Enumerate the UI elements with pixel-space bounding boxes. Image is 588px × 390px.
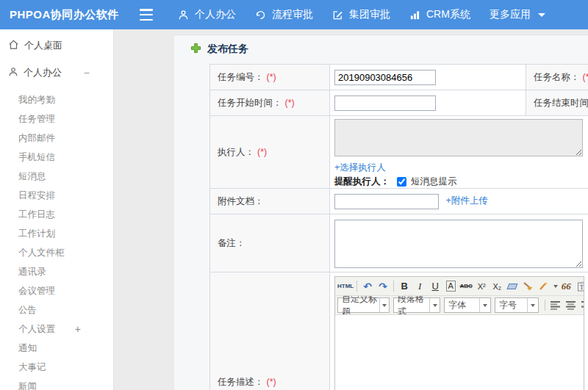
- nav-crm-system[interactable]: CRM系统: [409, 8, 470, 21]
- paste-icon[interactable]: T: [574, 279, 584, 294]
- task-name-label-cell: 任务名称：(*): [526, 65, 588, 90]
- nav-label: 集团审批: [349, 8, 390, 21]
- user-icon: [178, 10, 189, 21]
- magic-pen-icon[interactable]: [536, 279, 551, 294]
- main-content: 发布任务 任务编号：(*) 任务名称：(*) 任务开始时间：(*) 任务结束时间…: [174, 35, 588, 390]
- menu-icon[interactable]: [140, 9, 156, 21]
- align-left-icon[interactable]: [548, 298, 563, 313]
- sidebar-item-task-management[interactable]: 任务管理: [0, 109, 113, 129]
- font-family-select[interactable]: 字体: [444, 297, 491, 313]
- edit-icon: [332, 10, 343, 21]
- sidebar-item-mobile-sms[interactable]: 手机短信: [0, 148, 113, 167]
- sidebar-item-internal-mail[interactable]: 内部邮件: [0, 129, 113, 148]
- caret-down-icon: [382, 304, 387, 307]
- home-icon: [8, 40, 19, 52]
- sidebar-item-label: 个人桌面: [24, 39, 62, 52]
- top-nav: 个人办公 流程审批 集团审批 CRM系统 更多应用: [178, 8, 545, 21]
- nav-more-apps[interactable]: 更多应用: [490, 8, 545, 21]
- strikethrough-button[interactable]: ABC: [459, 279, 473, 294]
- heading-select[interactable]: 自定义标题: [337, 297, 390, 313]
- executor-textarea[interactable]: [334, 119, 583, 156]
- publish-task-form: 任务编号：(*) 任务名称：(*) 任务开始时间：(*) 任务结束时间：(*) …: [209, 64, 588, 390]
- editor-toolbar-row1: HTML ↶ ↷ B I U A ABC X² X₂: [335, 277, 584, 296]
- sidebar-item-label: 个人办公: [24, 66, 62, 79]
- nav-group-approval[interactable]: 集团审批: [332, 8, 390, 21]
- collapse-icon[interactable]: −: [84, 67, 90, 79]
- task-number-input[interactable]: [334, 70, 436, 85]
- blockquote-button[interactable]: 66: [559, 279, 573, 294]
- add-plus-icon: [190, 43, 201, 56]
- page-title: 发布任务: [190, 43, 248, 56]
- sidebar-item-meeting-management[interactable]: 会议管理: [0, 281, 113, 300]
- bold-button[interactable]: B: [397, 279, 412, 294]
- start-time-label-cell: 任务开始时间：(*): [210, 90, 330, 116]
- attachment-upload-link[interactable]: +附件上传: [445, 195, 487, 207]
- nav-label: 更多应用: [490, 8, 531, 21]
- align-right-icon[interactable]: [579, 298, 584, 313]
- align-center-icon[interactable]: [564, 298, 578, 313]
- svg-text:T: T: [580, 284, 584, 291]
- editor-toolbar-row2: 自定义标题 段落格式 字体 字号: [335, 296, 584, 315]
- start-time-input[interactable]: [334, 95, 436, 111]
- sidebar-item-personal-office[interactable]: 个人办公 −: [0, 62, 113, 84]
- sidebar-item-news[interactable]: 新闻: [0, 377, 113, 390]
- nav-personal-office[interactable]: 个人办公: [178, 8, 236, 21]
- sms-remind-label: 短消息提示: [411, 176, 457, 188]
- sidebar-item-announcement[interactable]: 公告: [0, 300, 113, 319]
- format-brush-icon[interactable]: [520, 279, 535, 294]
- caret-down-icon: [483, 304, 487, 307]
- font-size-select[interactable]: 字号: [495, 297, 539, 313]
- sidebar-item-attendance[interactable]: 我的考勤: [0, 90, 113, 109]
- sidebar-submenu: 我的考勤 任务管理 内部邮件 手机短信 短消息 日程安排 工作日志 工作计划 个…: [0, 90, 113, 390]
- paragraph-format-select[interactable]: 段落格式: [393, 297, 440, 313]
- bar-chart-icon: [409, 10, 420, 21]
- caret-down-icon: [538, 13, 545, 17]
- sidebar-item-work-plan[interactable]: 工作计划: [0, 224, 113, 243]
- sidebar-item-schedule[interactable]: 日程安排: [0, 186, 113, 205]
- html-source-button[interactable]: HTML: [337, 279, 354, 294]
- highlight-button[interactable]: A: [446, 281, 456, 292]
- task-number-label-cell: 任务编号：(*): [210, 65, 330, 90]
- superscript-button[interactable]: X²: [474, 279, 489, 294]
- sidebar-item-memorabilia[interactable]: 大事记: [0, 358, 113, 377]
- sidebar-item-desktop[interactable]: 个人桌面: [0, 35, 113, 57]
- sidebar-item-short-message[interactable]: 短消息: [0, 167, 113, 186]
- underline-button[interactable]: U: [428, 279, 442, 294]
- history-icon: [255, 10, 266, 21]
- description-label-cell: 任务描述：(*): [210, 272, 330, 390]
- remark-textarea[interactable]: [334, 220, 583, 268]
- user-icon: [8, 67, 18, 79]
- app-brand: PHPOA协同办公软件: [0, 8, 131, 22]
- caret-down-icon: [531, 304, 535, 307]
- sidebar-item-contacts[interactable]: 通讯录: [0, 262, 113, 281]
- description-editor-area[interactable]: [335, 315, 584, 390]
- end-time-label-cell: 任务结束时间：(*): [526, 90, 588, 116]
- undo-icon[interactable]: ↶: [360, 279, 375, 294]
- sms-remind-checkbox[interactable]: [397, 177, 406, 187]
- rich-text-editor: HTML ↶ ↷ B I U A ABC X² X₂: [334, 276, 584, 390]
- magic-pen-caret[interactable]: [553, 285, 558, 288]
- italic-button[interactable]: I: [412, 279, 427, 294]
- remark-label-cell: 备注：: [210, 214, 330, 272]
- sidebar-item-notification[interactable]: 通知: [0, 339, 113, 358]
- attachment-input[interactable]: [334, 194, 439, 209]
- caret-down-icon: [433, 304, 437, 307]
- nav-label: 个人办公: [195, 8, 236, 21]
- top-bar: PHPOA协同办公软件 个人办公 流程审批 集团审批 CRM系统: [0, 0, 588, 29]
- nav-label: CRM系统: [426, 8, 470, 21]
- eraser-icon[interactable]: [505, 279, 520, 294]
- subscript-button[interactable]: X₂: [490, 279, 504, 294]
- remind-executor-label: 提醒执行人：: [334, 176, 390, 188]
- attachment-label-cell: 附件文档：: [210, 189, 330, 214]
- executor-label-cell: 执行人：(*): [210, 116, 330, 189]
- redo-icon[interactable]: ↷: [376, 279, 390, 294]
- sidebar-item-file-cabinet[interactable]: 个人文件柜: [0, 243, 113, 262]
- nav-label: 流程审批: [272, 8, 313, 21]
- sidebar-item-personal-settings[interactable]: 个人设置+: [0, 319, 113, 339]
- sidebar: 个人桌面 个人办公 − 我的考勤 任务管理 内部邮件 手机短信 短消息 日程安排…: [0, 29, 114, 390]
- nav-process-approval[interactable]: 流程审批: [255, 8, 313, 21]
- expand-icon[interactable]: +: [75, 323, 81, 335]
- choose-executor-link[interactable]: +选择执行人: [334, 162, 386, 174]
- sidebar-item-work-log[interactable]: 工作日志: [0, 205, 113, 224]
